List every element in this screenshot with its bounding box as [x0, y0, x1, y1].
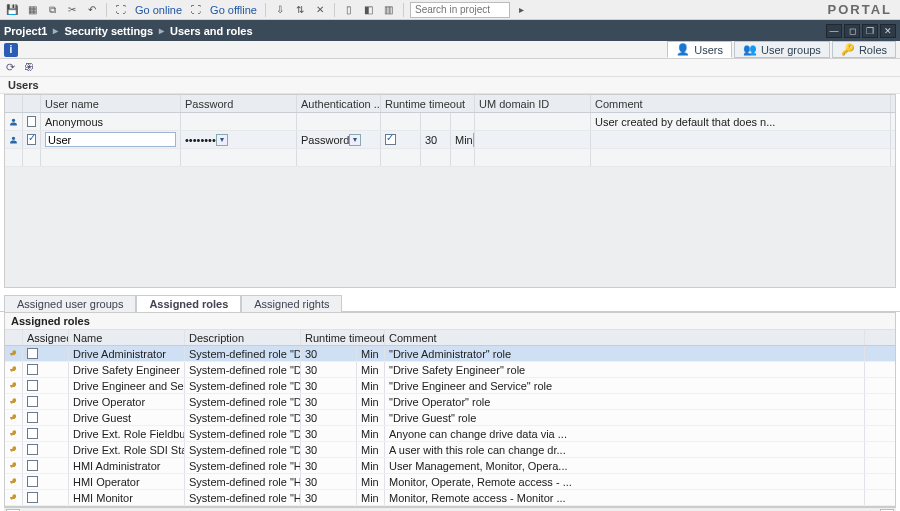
role-assign-checkbox[interactable] [23, 458, 69, 473]
roles-grid-body: Drive AdministratorSystem-defined role "… [5, 346, 895, 506]
col-domain[interactable]: UM domain ID [475, 95, 591, 112]
user-name-cell[interactable] [41, 131, 181, 148]
cut-icon[interactable]: ✂ [64, 2, 80, 18]
col-auth[interactable]: Authentication ... [297, 95, 381, 112]
tab-assigned-rights[interactable]: Assigned rights [241, 295, 342, 312]
role-assign-checkbox[interactable] [23, 442, 69, 457]
offline-icon[interactable]: ⛶ [188, 2, 204, 18]
role-assign-checkbox[interactable] [23, 346, 69, 361]
role-row[interactable]: HMI AdministratorSystem-defined role "HM… [5, 458, 895, 474]
role-row[interactable]: Drive GuestSystem-defined role "Drive Gu… [5, 410, 895, 426]
role-name-cell: HMI Monitor [69, 490, 185, 505]
crumb-project[interactable]: Project1 [4, 25, 47, 37]
users-grid: User name Password Authentication ... Ru… [4, 94, 896, 288]
close-button[interactable]: ✕ [880, 24, 896, 38]
role-assign-checkbox[interactable] [23, 426, 69, 441]
crumb-security[interactable]: Security settings [64, 25, 153, 37]
role-timeout-cell: 30 [301, 394, 357, 409]
col-password[interactable]: Password [181, 95, 297, 112]
save-icon[interactable]: 💾 [4, 2, 20, 18]
user-domain-cell[interactable] [475, 131, 591, 148]
col-role-desc[interactable]: Description [185, 330, 301, 345]
role-row[interactable]: Drive Safety EngineerSystem-defined role… [5, 362, 895, 378]
search-go-icon[interactable]: ▸ [514, 2, 530, 18]
col-username[interactable]: User name [41, 95, 181, 112]
role-assign-checkbox[interactable] [23, 474, 69, 489]
col-timeout[interactable]: Runtime timeout [381, 95, 475, 112]
col1-icon[interactable]: ▯ [341, 2, 357, 18]
horizontal-scrollbar[interactable]: ◀ ▶ [4, 507, 896, 511]
tab-assigned-user-groups[interactable]: Assigned user groups [4, 295, 136, 312]
user-timeout-chk[interactable] [381, 131, 421, 148]
password-dropdown[interactable]: ▾ [216, 134, 228, 146]
role-row[interactable]: Drive Ext. Role FieldbusSystem-defined r… [5, 426, 895, 442]
tab-roles[interactable]: 🔑Roles [832, 41, 896, 58]
col-role-name[interactable]: Name [69, 330, 185, 345]
role-assign-checkbox[interactable] [23, 490, 69, 505]
go-online-button[interactable]: Go online [133, 4, 184, 16]
col-comment[interactable]: Comment [591, 95, 891, 112]
user-timeout-unit[interactable]: Min▲▼ [451, 131, 475, 148]
user-domain-cell[interactable] [475, 113, 591, 130]
auth-dropdown[interactable]: ▾ [349, 134, 361, 146]
col-role-comment[interactable]: Comment [385, 330, 865, 345]
tree-icon[interactable]: ֍ [24, 61, 38, 75]
user-timeout-unit[interactable] [451, 113, 475, 130]
role-row[interactable]: Drive OperatorSystem-defined role "Drive… [5, 394, 895, 410]
role-name-cell: HMI Administrator [69, 458, 185, 473]
role-timeout-unit: Min [357, 426, 385, 441]
search-input[interactable] [410, 2, 510, 18]
col2-icon[interactable]: ◧ [361, 2, 377, 18]
go-offline-button[interactable]: Go offline [208, 4, 259, 16]
compare-icon[interactable]: ⇅ [292, 2, 308, 18]
role-row[interactable]: Drive Engineer and ServiceSystem-defined… [5, 378, 895, 394]
crumb-users-roles[interactable]: Users and roles [170, 25, 253, 37]
role-icon [5, 426, 23, 441]
role-row[interactable]: HMI MonitorSystem-defined role "HMI Moni… [5, 490, 895, 506]
role-assign-checkbox[interactable] [23, 394, 69, 409]
user-auth-cell[interactable] [297, 113, 381, 130]
role-row[interactable]: HMI OperatorSystem-defined role "HMI Ope… [5, 474, 895, 490]
window-buttons: — ◻ ❐ ✕ [826, 24, 896, 38]
col-role-timeout[interactable]: Runtime timeout [301, 330, 385, 345]
info-icon[interactable]: i [4, 43, 18, 57]
role-desc-cell: System-defined role "HMI Operator" [185, 474, 301, 489]
user-password-cell[interactable] [181, 113, 297, 130]
undo-icon[interactable]: ↶ [84, 2, 100, 18]
project-icon[interactable]: ▦ [24, 2, 40, 18]
minimize-button[interactable]: — [826, 24, 842, 38]
user-timeout-chk[interactable] [381, 113, 421, 130]
maximize-button[interactable]: ◻ [844, 24, 860, 38]
user-name-cell[interactable]: Anonymous [41, 113, 181, 130]
user-row[interactable]: •••••••• ▾Password ▾30Min▲▼ [5, 131, 895, 149]
role-assign-checkbox[interactable] [23, 362, 69, 377]
add-user-hint[interactable] [41, 149, 181, 166]
user-row[interactable]: AnonymousUser created by default that do… [5, 113, 895, 131]
add-user-row[interactable] [5, 149, 895, 167]
user-password-cell[interactable]: •••••••• ▾ [181, 131, 297, 148]
restore-button[interactable]: ❐ [862, 24, 878, 38]
user-name-input[interactable] [45, 132, 176, 147]
user-checkbox[interactable] [23, 113, 41, 130]
tab-assigned-roles[interactable]: Assigned roles [136, 295, 241, 312]
user-timeout-val[interactable] [421, 113, 451, 130]
col3-icon[interactable]: ▥ [381, 2, 397, 18]
tab-user-groups[interactable]: 👥User groups [734, 41, 830, 58]
timeout-checkbox[interactable] [385, 134, 396, 145]
role-row[interactable]: Drive Ext. Role SDI Standard/AdvSystem-d… [5, 442, 895, 458]
close-icon[interactable]: ✕ [312, 2, 328, 18]
role-assign-checkbox[interactable] [23, 410, 69, 425]
col-assigned-to[interactable]: Assigned to [23, 330, 69, 345]
download-icon[interactable]: ⇩ [272, 2, 288, 18]
tab-users[interactable]: 👤Users [667, 41, 732, 58]
role-timeout-unit: Min [357, 442, 385, 457]
copy-icon[interactable]: ⧉ [44, 2, 60, 18]
user-checkbox[interactable] [23, 131, 41, 148]
role-icon [5, 362, 23, 377]
user-timeout-val[interactable]: 30 [421, 131, 451, 148]
role-assign-checkbox[interactable] [23, 378, 69, 393]
network-icon[interactable]: ⛶ [113, 2, 129, 18]
role-row[interactable]: Drive AdministratorSystem-defined role "… [5, 346, 895, 362]
refresh-icon[interactable]: ⟳ [6, 61, 20, 75]
user-auth-cell[interactable]: Password ▾ [297, 131, 381, 148]
